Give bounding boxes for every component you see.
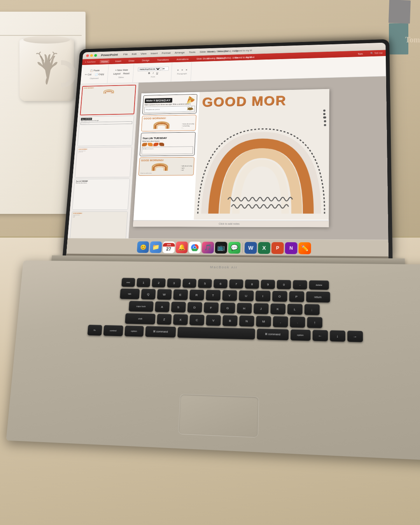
key-3[interactable]: 3 (167, 278, 181, 287)
slide-canvas[interactable]: Make It MONDAY Make a picture of your di… (133, 89, 329, 227)
key-p[interactable]: P (289, 291, 304, 302)
trackpad[interactable] (178, 394, 259, 438)
key-del[interactable]: delete (309, 280, 329, 290)
key-l[interactable]: L (287, 304, 302, 315)
key-a[interactable]: A (155, 301, 170, 312)
tab-design[interactable]: Design (140, 58, 151, 62)
add-notes-bar[interactable]: Click to add notes (133, 220, 329, 227)
key-semicolon[interactable]: ; (304, 304, 319, 315)
dock-excel[interactable]: X (258, 242, 270, 254)
key-dash[interactable]: - (293, 280, 307, 289)
key-down[interactable]: ↓ (330, 330, 345, 341)
align-right-btn[interactable]: ≡ (185, 68, 189, 72)
layout-btn[interactable]: Layout (112, 72, 121, 75)
key-fn[interactable]: fn (87, 325, 102, 336)
key-q[interactable]: Q (141, 289, 156, 299)
fullscreen-button[interactable] (94, 54, 97, 57)
key-comma[interactable]: , (273, 316, 288, 327)
menu-insert[interactable]: Insert (150, 52, 158, 55)
dock-folder[interactable]: 📁 (150, 241, 162, 253)
slide-thumbnail-5[interactable]: GOOD MORNING! • talk about today• give• … (69, 211, 128, 238)
tab-animations[interactable]: Animations (175, 57, 191, 61)
tab-transitions[interactable]: Transitions (155, 58, 171, 61)
key-z[interactable]: Z (157, 314, 172, 325)
reset-btn[interactable]: Reset (122, 72, 131, 75)
slide-thumbnail-1[interactable]: GOOD MORNING! (80, 85, 136, 116)
key-right[interactable]: → (347, 331, 363, 342)
key-shift[interactable]: shift (125, 313, 156, 324)
key-s[interactable]: S (171, 302, 186, 313)
font-size-input[interactable] (162, 66, 169, 71)
cut-btn[interactable]: ✂ Cut (84, 73, 93, 76)
key-o[interactable]: O (272, 291, 287, 302)
dock-tv[interactable]: 📺 (215, 242, 227, 253)
align-center-btn[interactable]: ≡ (180, 68, 184, 72)
key-option-right[interactable]: option (290, 329, 310, 341)
key-tab[interactable]: tab (120, 289, 140, 299)
key-8[interactable]: 8 (245, 280, 259, 289)
dock-messages[interactable]: 💬 (228, 242, 240, 253)
dock-music[interactable]: 🎵 (202, 242, 214, 253)
key-1[interactable]: 1 (136, 278, 150, 287)
new-slide-btn[interactable]: + New Slide (114, 68, 129, 72)
key-up[interactable]: ↑ (307, 317, 322, 328)
dock-calendar[interactable]: APR 27 (163, 241, 175, 253)
tab-insert[interactable]: Insert (114, 59, 123, 63)
key-6[interactable]: 6 (214, 279, 228, 289)
key-4[interactable]: 4 (182, 279, 196, 288)
slide-panel[interactable]: GOOD MORNING! (68, 83, 139, 238)
menu-arrange[interactable]: Arrange (175, 51, 185, 54)
key-9[interactable]: 9 (261, 280, 275, 289)
tell-me[interactable]: 🔍 Tell me (370, 52, 383, 55)
underline-btn[interactable]: U (155, 72, 159, 75)
key-d[interactable]: D (187, 302, 202, 313)
tab-draw[interactable]: Draw (127, 59, 136, 63)
key-j[interactable]: J (254, 303, 269, 314)
menu-format[interactable]: Format (162, 51, 171, 54)
dock-finder[interactable]: 😊 (137, 241, 149, 253)
key-k[interactable]: K (270, 303, 285, 314)
key-n[interactable]: N (239, 315, 254, 327)
key-t[interactable]: T (206, 290, 220, 301)
key-r[interactable]: R (189, 290, 204, 301)
font-selector[interactable]: HelticAnyOnLine (138, 67, 161, 72)
tab-home[interactable]: Home (100, 60, 110, 63)
key-x[interactable]: X (173, 314, 188, 325)
dock-notification[interactable]: 🔔 (175, 242, 188, 253)
key-0[interactable]: 0 (277, 280, 291, 289)
key-i[interactable]: I (255, 290, 270, 301)
key-period[interactable]: . (290, 317, 305, 328)
key-m[interactable]: M (256, 316, 271, 327)
dock-word[interactable]: W (245, 242, 257, 254)
copy-btn[interactable]: 📄 Copy (94, 72, 105, 76)
key-command-left[interactable]: ⌘ command (145, 326, 176, 337)
slide-thumbnail-4[interactable]: True Life TUESDAY Write facts about leav… (72, 179, 130, 210)
key-w[interactable]: W (157, 289, 172, 299)
paste-btn[interactable]: 📋 Paste (89, 69, 101, 72)
slide-thumbnail-2[interactable]: Make It MONDAY Make a picture of your di… (77, 116, 134, 146)
key-7[interactable]: 7 (229, 279, 243, 289)
key-control[interactable]: control (103, 325, 123, 336)
menu-file[interactable]: File (123, 53, 128, 56)
key-command-right[interactable]: ⌘ command (257, 329, 289, 340)
key-u[interactable]: U (239, 290, 254, 301)
menu-edit[interactable]: Edit (132, 52, 137, 56)
key-h[interactable]: H (237, 303, 252, 314)
key-f[interactable]: F (203, 302, 219, 313)
bold-btn[interactable]: B (147, 72, 151, 75)
key-left[interactable]: ← (312, 330, 328, 341)
align-left-btn[interactable]: ≡ (176, 68, 180, 72)
minimize-button[interactable] (90, 54, 93, 57)
dock-chrome[interactable] (189, 242, 201, 253)
key-option[interactable]: option (124, 326, 144, 336)
key-y[interactable]: Y (222, 290, 237, 301)
slide-thumbnail-3[interactable]: GOOD MORNING! • items about today• schoo… (75, 147, 132, 178)
key-b[interactable]: B (222, 315, 238, 326)
key-return[interactable]: return (306, 291, 330, 303)
key-space[interactable] (177, 327, 255, 340)
menu-tools[interactable]: Tools (189, 51, 195, 54)
key-v[interactable]: V (206, 315, 221, 326)
dock-pencil[interactable]: ✏️ (298, 242, 311, 254)
italic-btn[interactable]: I (152, 72, 155, 75)
key-g[interactable]: G (220, 303, 235, 313)
